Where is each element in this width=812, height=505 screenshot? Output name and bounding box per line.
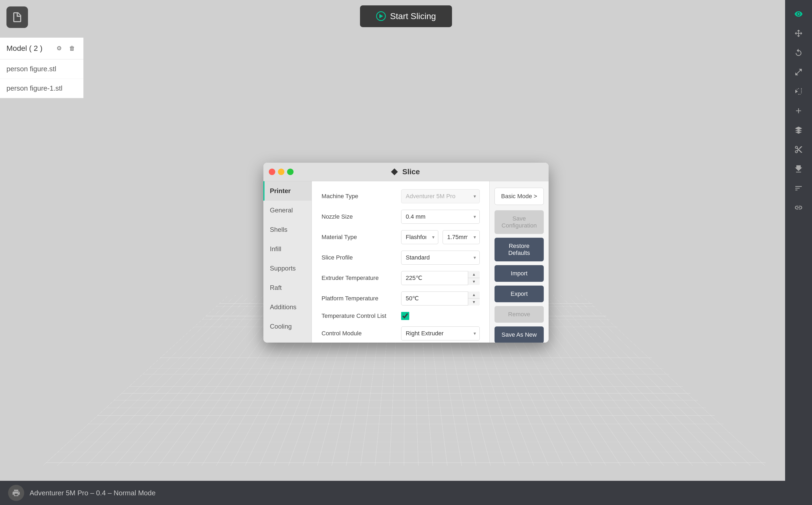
slice-profile-select-wrapper: Standard [401, 250, 480, 265]
nav-item-supports[interactable]: Supports [263, 259, 311, 278]
maximize-window-button[interactable] [287, 169, 293, 175]
restore-defaults-button[interactable]: Restore Defaults [495, 238, 544, 262]
nozzle-size-row: Nozzle Size 0.4 mm [321, 210, 480, 224]
window-controls [269, 169, 293, 175]
platform-temp-row: Platform Temperature ▲ ▼ [321, 292, 480, 306]
nav-item-infill[interactable]: Infill [263, 239, 311, 259]
slice-profile-select[interactable]: Standard [401, 250, 480, 265]
nav-item-printer[interactable]: Printer [263, 181, 311, 201]
modal-right-panel: Basic Mode > Save Configuration Restore … [490, 181, 549, 343]
extruder-temp-stepper: ▲ ▼ [401, 271, 480, 285]
material-type-label: Material Type [321, 234, 397, 241]
close-window-button[interactable] [269, 169, 275, 175]
temp-control-list-row: Temperature Control List [321, 312, 480, 320]
platform-temp-stepper: ▲ ▼ [401, 292, 480, 306]
control-module-row: Control Module Right Extruder [321, 326, 480, 340]
temp-control-list-checkbox[interactable] [401, 312, 409, 320]
material-diameter-select-wrapper: 1.75mm [443, 230, 480, 244]
nozzle-size-select[interactable]: 0.4 mm [401, 210, 480, 224]
import-button[interactable]: Import [495, 265, 544, 282]
minimize-window-button[interactable] [278, 169, 284, 175]
machine-type-select-wrapper: Adventurer 5M Pro [401, 189, 480, 203]
modal-body: Printer General Shells Infill Supports R… [263, 181, 549, 343]
temp-control-list-label: Temperature Control List [321, 313, 397, 319]
extruder-temp-label: Extruder Temperature [321, 275, 397, 282]
slice-profile-label: Slice Profile [321, 254, 397, 261]
platform-temp-down[interactable]: ▼ [468, 299, 480, 306]
nozzle-size-label: Nozzle Size [321, 213, 397, 220]
nav-item-raft[interactable]: Raft [263, 278, 311, 297]
modal-overlay: Slice Printer General Shells Infill Supp… [0, 0, 812, 505]
material-diameter-select[interactable]: 1.75mm [443, 230, 480, 244]
material-type-select-wrapper: Flashforge-PLA [401, 230, 438, 244]
control-module-select[interactable]: Right Extruder [401, 326, 480, 340]
extruder-temp-down[interactable]: ▼ [468, 278, 480, 285]
modal-form-content: Machine Type Adventurer 5M Pro Nozzle Si… [312, 181, 490, 343]
save-config-button[interactable]: Save Configuration [495, 210, 544, 234]
machine-type-row: Machine Type Adventurer 5M Pro [321, 189, 480, 203]
extruder-temp-stepper-buttons: ▲ ▼ [468, 271, 480, 285]
machine-type-select[interactable]: Adventurer 5M Pro [401, 189, 480, 203]
material-type-row: Material Type Flashforge-PLA 1.75mm [321, 230, 480, 244]
extruder-temp-row: Extruder Temperature ▲ ▼ [321, 271, 480, 285]
diamond-icon [391, 168, 398, 175]
machine-type-label: Machine Type [321, 193, 397, 200]
nozzle-size-select-wrapper: 0.4 mm [401, 210, 480, 224]
basic-mode-button[interactable]: Basic Mode > [495, 188, 544, 205]
nav-item-general[interactable]: General [263, 201, 311, 220]
modal-sidebar: Printer General Shells Infill Supports R… [263, 181, 312, 343]
slice-profile-row: Slice Profile Standard [321, 250, 480, 265]
material-type-select[interactable]: Flashforge-PLA [401, 230, 438, 244]
control-module-label: Control Module [321, 330, 397, 337]
slice-modal: Slice Printer General Shells Infill Supp… [263, 163, 549, 343]
nav-item-advanced[interactable]: Advanced [263, 336, 311, 343]
extruder-temp-up[interactable]: ▲ [468, 271, 480, 278]
export-button[interactable]: Export [495, 286, 544, 302]
platform-temp-label: Platform Temperature [321, 295, 397, 302]
remove-button[interactable]: Remove [495, 306, 544, 323]
modal-titlebar: Slice [263, 163, 549, 181]
modal-title: Slice [392, 168, 420, 176]
nav-item-additions[interactable]: Additions [263, 297, 311, 317]
nav-item-cooling[interactable]: Cooling [263, 317, 311, 336]
platform-temp-up[interactable]: ▲ [468, 292, 480, 299]
control-module-select-wrapper: Right Extruder [401, 326, 480, 340]
platform-temp-stepper-buttons: ▲ ▼ [468, 292, 480, 306]
nav-item-shells[interactable]: Shells [263, 220, 311, 239]
save-as-new-button[interactable]: Save As New [495, 326, 544, 343]
